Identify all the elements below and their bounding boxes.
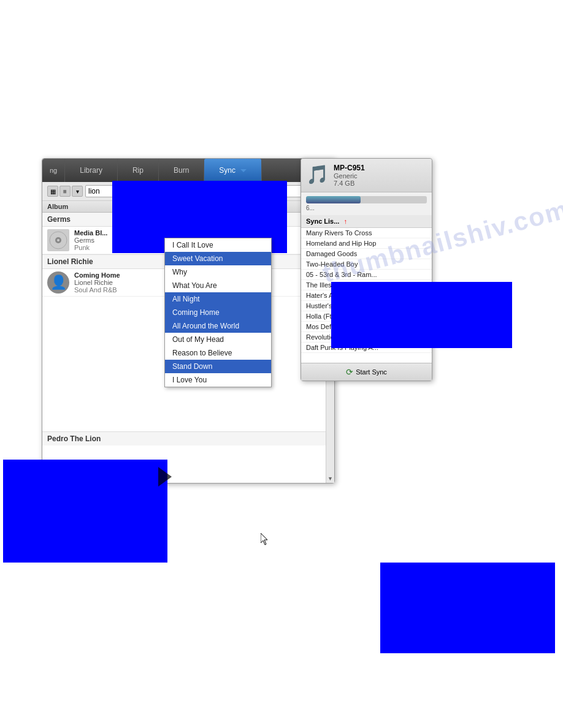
- tab-sync-label: Sync: [219, 166, 236, 175]
- menu-item-outofmyhead[interactable]: Out of My Head: [165, 333, 271, 346]
- tab-library-label: Library: [80, 166, 102, 175]
- chevron-down-icon: ▾: [76, 188, 79, 195]
- menu-item-sweetvacation[interactable]: Sweet Vacation: [165, 252, 271, 265]
- sync-arrow-icon: [240, 169, 247, 172]
- album-art-germs: [48, 230, 68, 250]
- menu-item-reasontobelieve[interactable]: Reason to Believe: [165, 346, 271, 360]
- svg-point-2: [57, 239, 59, 241]
- toolbar: ng Library Rip Burn Sync »: [42, 159, 334, 182]
- column-header-label: Album: [47, 203, 68, 210]
- section-pedro-label: Pedro The Lion: [47, 434, 101, 443]
- tab-ng[interactable]: ng: [42, 159, 65, 182]
- progress-bar: [306, 196, 427, 203]
- album-genre-germs: Punk: [74, 244, 107, 251]
- cursor-icon: [261, 533, 270, 545]
- album-thumb-germs: [47, 229, 69, 251]
- device-name-label: MP-C951: [334, 164, 365, 172]
- album-artist-lionel: Lionel Richie: [74, 279, 120, 286]
- blue-block-2: [331, 282, 512, 348]
- scroll-down-btn[interactable]: ▼: [327, 474, 333, 483]
- tab-ng-label: ng: [50, 167, 57, 174]
- sync-item[interactable]: Two-Headed Boy: [301, 259, 432, 270]
- album-info-germs: Media Bl... Germs Punk: [74, 229, 107, 251]
- tab-burn[interactable]: Burn: [159, 159, 204, 182]
- menu-item-icallitlove[interactable]: I Call It Love: [165, 238, 271, 252]
- sync-list-header-label: Sync Lis...: [306, 218, 339, 225]
- device-icon: 🎵: [306, 164, 329, 185]
- sync-list-icon: ↑: [343, 218, 347, 225]
- progress-label: 6...: [306, 205, 427, 211]
- menu-item-why[interactable]: Why: [165, 265, 271, 279]
- menu-item-allaroundtheworld[interactable]: All Around the World: [165, 319, 271, 333]
- sync-item[interactable]: Damaged Goods: [301, 249, 432, 259]
- play-icon: [158, 467, 172, 487]
- progress-bar-fill: [306, 196, 361, 203]
- tab-burn-label: Burn: [174, 166, 189, 175]
- device-info: MP-C951 Generic 7.4 GB: [334, 164, 365, 187]
- tab-rip[interactable]: Rip: [118, 159, 159, 182]
- tab-rip-label: Rip: [132, 166, 144, 175]
- device-header: 🎵 MP-C951 Generic 7.4 GB: [301, 159, 432, 192]
- sync-item[interactable]: Many Rivers To Cross: [301, 228, 432, 238]
- view-dropdown-btn[interactable]: ▾: [72, 186, 83, 197]
- section-lionel-label: Lionel Richie: [47, 257, 93, 266]
- menu-item-allnight[interactable]: All Night: [165, 292, 271, 306]
- album-title-lionel: Coming Home: [74, 271, 120, 279]
- sync-list-header: Sync Lis... ↑: [301, 215, 432, 228]
- grid-view-btn[interactable]: ▦: [47, 186, 58, 197]
- section-germs-label: Germs: [47, 215, 71, 224]
- device-capacity-label: 7.4 GB: [334, 180, 365, 187]
- list-view-btn[interactable]: ≡: [59, 186, 71, 197]
- mouse-cursor: [261, 533, 270, 547]
- start-sync-btn[interactable]: ⟳ Start Sync: [301, 363, 432, 381]
- album-thumb-lionel: 👤: [47, 271, 69, 294]
- album-title-germs: Media Bl...: [74, 229, 107, 237]
- device-progress-area: 6...: [306, 196, 427, 211]
- list-icon: ≡: [63, 188, 67, 195]
- view-icons: ▦ ≡ ▾: [47, 186, 83, 197]
- sync-item[interactable]: 05 - 53rd & 3rd - Ram...: [301, 270, 432, 280]
- tab-library[interactable]: Library: [65, 159, 118, 182]
- menu-item-whatyouare[interactable]: What You Are: [165, 279, 271, 292]
- menu-item-iloveyou[interactable]: I Love You: [165, 373, 271, 387]
- sync-item[interactable]: Homeland and Hip Hop: [301, 238, 432, 249]
- grid-icon: ▦: [50, 188, 56, 195]
- menu-item-cominghome[interactable]: Coming Home: [165, 306, 271, 319]
- section-header-pedro: Pedro The Lion: [42, 431, 326, 446]
- start-sync-label: Start Sync: [356, 368, 387, 376]
- tab-sync[interactable]: Sync: [204, 159, 262, 182]
- album-artist-germs: Germs: [74, 237, 107, 244]
- svg-marker-3: [261, 533, 267, 545]
- blue-block-3: [3, 460, 167, 563]
- sync-refresh-icon: ⟳: [346, 367, 353, 377]
- album-genre-lionel: Soul And R&B: [74, 286, 120, 294]
- device-top: 🎵 MP-C951 Generic 7.4 GB: [306, 164, 427, 187]
- context-menu: I Call It LoveSweet VacationWhyWhat You …: [164, 238, 272, 387]
- album-info-lionel: Coming Home Lionel Richie Soul And R&B: [74, 271, 120, 294]
- menu-item-standdown[interactable]: Stand Down: [165, 360, 271, 373]
- device-type-label: Generic: [334, 172, 365, 180]
- blue-block-4: [380, 563, 555, 653]
